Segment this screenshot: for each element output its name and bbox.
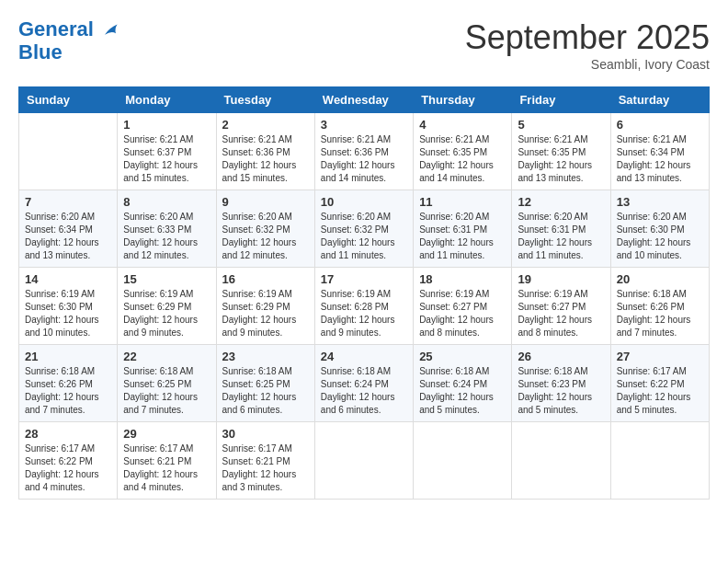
day-info: Sunrise: 6:20 AM Sunset: 6:32 PM Dayligh… bbox=[321, 211, 407, 262]
day-info: Sunrise: 6:18 AM Sunset: 6:24 PM Dayligh… bbox=[419, 365, 506, 417]
day-header-row: SundayMondayTuesdayWednesdayThursdayFrid… bbox=[19, 87, 710, 113]
day-info: Sunrise: 6:20 AM Sunset: 6:31 PM Dayligh… bbox=[419, 211, 506, 262]
page-header: General Blue September 2025 Seambli, Ivo… bbox=[18, 18, 710, 72]
calendar-cell bbox=[19, 113, 118, 190]
day-number: 29 bbox=[123, 427, 210, 441]
day-number: 7 bbox=[25, 195, 111, 209]
calendar-header: SundayMondayTuesdayWednesdayThursdayFrid… bbox=[19, 87, 710, 113]
day-info: Sunrise: 6:20 AM Sunset: 6:30 PM Dayligh… bbox=[617, 211, 703, 262]
calendar-cell: 1Sunrise: 6:21 AM Sunset: 6:37 PM Daylig… bbox=[118, 113, 216, 190]
day-info: Sunrise: 6:17 AM Sunset: 6:22 PM Dayligh… bbox=[617, 365, 703, 417]
header-thursday: Thursday bbox=[414, 87, 512, 113]
day-number: 27 bbox=[617, 350, 703, 363]
calendar-cell: 19Sunrise: 6:19 AM Sunset: 6:27 PM Dayli… bbox=[512, 268, 610, 345]
calendar-cell: 24Sunrise: 6:18 AM Sunset: 6:24 PM Dayli… bbox=[314, 345, 413, 422]
calendar-week-4: 21Sunrise: 6:18 AM Sunset: 6:26 PM Dayli… bbox=[19, 345, 710, 422]
day-number: 10 bbox=[321, 195, 407, 209]
month-title: September 2025 bbox=[465, 18, 710, 57]
calendar-cell: 9Sunrise: 6:20 AM Sunset: 6:32 PM Daylig… bbox=[216, 190, 314, 268]
day-number: 22 bbox=[123, 350, 210, 363]
day-number: 9 bbox=[222, 195, 309, 209]
calendar-cell: 4Sunrise: 6:21 AM Sunset: 6:35 PM Daylig… bbox=[414, 113, 512, 190]
header-friday: Friday bbox=[512, 87, 610, 113]
day-info: Sunrise: 6:17 AM Sunset: 6:22 PM Dayligh… bbox=[25, 442, 111, 494]
day-number: 13 bbox=[617, 195, 703, 209]
day-number: 18 bbox=[419, 272, 506, 286]
calendar-week-1: 1Sunrise: 6:21 AM Sunset: 6:37 PM Daylig… bbox=[19, 113, 710, 190]
calendar-body: 1Sunrise: 6:21 AM Sunset: 6:37 PM Daylig… bbox=[19, 113, 710, 500]
calendar-cell: 23Sunrise: 6:18 AM Sunset: 6:25 PM Dayli… bbox=[216, 345, 314, 422]
calendar-cell: 11Sunrise: 6:20 AM Sunset: 6:31 PM Dayli… bbox=[414, 190, 512, 268]
header-wednesday: Wednesday bbox=[314, 87, 413, 113]
day-number: 8 bbox=[123, 195, 210, 209]
logo: General Blue bbox=[18, 18, 123, 63]
calendar-cell: 15Sunrise: 6:19 AM Sunset: 6:29 PM Dayli… bbox=[118, 268, 216, 345]
calendar-week-2: 7Sunrise: 6:20 AM Sunset: 6:34 PM Daylig… bbox=[19, 190, 710, 268]
day-info: Sunrise: 6:19 AM Sunset: 6:27 PM Dayligh… bbox=[518, 288, 604, 339]
calendar-cell: 25Sunrise: 6:18 AM Sunset: 6:24 PM Dayli… bbox=[414, 345, 512, 422]
day-info: Sunrise: 6:21 AM Sunset: 6:36 PM Dayligh… bbox=[222, 133, 309, 185]
calendar-cell: 17Sunrise: 6:19 AM Sunset: 6:28 PM Dayli… bbox=[314, 268, 413, 345]
header-sunday: Sunday bbox=[19, 87, 118, 113]
day-info: Sunrise: 6:20 AM Sunset: 6:32 PM Dayligh… bbox=[222, 211, 309, 262]
day-number: 5 bbox=[518, 118, 604, 132]
calendar-cell: 12Sunrise: 6:20 AM Sunset: 6:31 PM Dayli… bbox=[512, 190, 610, 268]
day-info: Sunrise: 6:20 AM Sunset: 6:34 PM Dayligh… bbox=[25, 211, 111, 262]
day-info: Sunrise: 6:21 AM Sunset: 6:36 PM Dayligh… bbox=[321, 133, 407, 185]
day-info: Sunrise: 6:19 AM Sunset: 6:29 PM Dayligh… bbox=[123, 288, 210, 339]
calendar-cell: 26Sunrise: 6:18 AM Sunset: 6:23 PM Dayli… bbox=[512, 345, 610, 422]
day-number: 17 bbox=[321, 272, 407, 286]
day-info: Sunrise: 6:21 AM Sunset: 6:34 PM Dayligh… bbox=[617, 133, 703, 185]
calendar-cell: 10Sunrise: 6:20 AM Sunset: 6:32 PM Dayli… bbox=[314, 190, 413, 268]
calendar-cell: 7Sunrise: 6:20 AM Sunset: 6:34 PM Daylig… bbox=[19, 190, 118, 268]
calendar-cell: 6Sunrise: 6:21 AM Sunset: 6:34 PM Daylig… bbox=[610, 113, 709, 190]
title-block: September 2025 Seambli, Ivory Coast bbox=[465, 18, 710, 72]
calendar-week-5: 28Sunrise: 6:17 AM Sunset: 6:22 PM Dayli… bbox=[19, 422, 710, 500]
calendar-cell bbox=[314, 422, 413, 500]
calendar-cell bbox=[414, 422, 512, 500]
day-number: 6 bbox=[617, 118, 703, 132]
day-number: 23 bbox=[222, 350, 309, 363]
calendar-cell: 22Sunrise: 6:18 AM Sunset: 6:25 PM Dayli… bbox=[118, 345, 216, 422]
header-monday: Monday bbox=[118, 87, 216, 113]
day-info: Sunrise: 6:18 AM Sunset: 6:24 PM Dayligh… bbox=[321, 365, 407, 417]
calendar-cell: 18Sunrise: 6:19 AM Sunset: 6:27 PM Dayli… bbox=[414, 268, 512, 345]
day-info: Sunrise: 6:18 AM Sunset: 6:25 PM Dayligh… bbox=[222, 365, 309, 417]
calendar-cell: 29Sunrise: 6:17 AM Sunset: 6:21 PM Dayli… bbox=[118, 422, 216, 500]
day-number: 16 bbox=[222, 272, 309, 286]
day-number: 26 bbox=[518, 350, 604, 363]
day-info: Sunrise: 6:20 AM Sunset: 6:31 PM Dayligh… bbox=[518, 211, 604, 262]
day-info: Sunrise: 6:17 AM Sunset: 6:21 PM Dayligh… bbox=[123, 442, 210, 494]
calendar-cell: 2Sunrise: 6:21 AM Sunset: 6:36 PM Daylig… bbox=[216, 113, 314, 190]
day-number: 4 bbox=[419, 118, 506, 132]
calendar-cell: 20Sunrise: 6:18 AM Sunset: 6:26 PM Dayli… bbox=[610, 268, 709, 345]
day-info: Sunrise: 6:19 AM Sunset: 6:29 PM Dayligh… bbox=[222, 288, 309, 339]
day-number: 2 bbox=[222, 118, 309, 132]
location-subtitle: Seambli, Ivory Coast bbox=[465, 57, 710, 72]
day-info: Sunrise: 6:18 AM Sunset: 6:26 PM Dayligh… bbox=[25, 365, 111, 417]
calendar-cell: 3Sunrise: 6:21 AM Sunset: 6:36 PM Daylig… bbox=[314, 113, 413, 190]
calendar-cell: 21Sunrise: 6:18 AM Sunset: 6:26 PM Dayli… bbox=[19, 345, 118, 422]
day-number: 3 bbox=[321, 118, 407, 132]
day-info: Sunrise: 6:21 AM Sunset: 6:35 PM Dayligh… bbox=[419, 133, 506, 185]
day-info: Sunrise: 6:19 AM Sunset: 6:28 PM Dayligh… bbox=[321, 288, 407, 339]
day-info: Sunrise: 6:18 AM Sunset: 6:23 PM Dayligh… bbox=[518, 365, 604, 417]
day-info: Sunrise: 6:19 AM Sunset: 6:30 PM Dayligh… bbox=[25, 288, 111, 339]
calendar-cell: 13Sunrise: 6:20 AM Sunset: 6:30 PM Dayli… bbox=[610, 190, 709, 268]
day-number: 15 bbox=[123, 272, 210, 286]
logo-bird-icon bbox=[101, 19, 123, 41]
day-info: Sunrise: 6:17 AM Sunset: 6:21 PM Dayligh… bbox=[222, 442, 309, 494]
day-number: 30 bbox=[222, 427, 309, 441]
day-info: Sunrise: 6:18 AM Sunset: 6:26 PM Dayligh… bbox=[617, 288, 703, 339]
day-info: Sunrise: 6:21 AM Sunset: 6:37 PM Dayligh… bbox=[123, 133, 210, 185]
day-number: 25 bbox=[419, 350, 506, 363]
calendar-cell: 14Sunrise: 6:19 AM Sunset: 6:30 PM Dayli… bbox=[19, 268, 118, 345]
logo-line1: General bbox=[18, 17, 94, 40]
day-number: 12 bbox=[518, 195, 604, 209]
calendar-cell bbox=[512, 422, 610, 500]
calendar-cell: 27Sunrise: 6:17 AM Sunset: 6:22 PM Dayli… bbox=[610, 345, 709, 422]
calendar-cell: 16Sunrise: 6:19 AM Sunset: 6:29 PM Dayli… bbox=[216, 268, 314, 345]
day-info: Sunrise: 6:19 AM Sunset: 6:27 PM Dayligh… bbox=[419, 288, 506, 339]
day-number: 14 bbox=[25, 272, 111, 286]
day-number: 19 bbox=[518, 272, 604, 286]
